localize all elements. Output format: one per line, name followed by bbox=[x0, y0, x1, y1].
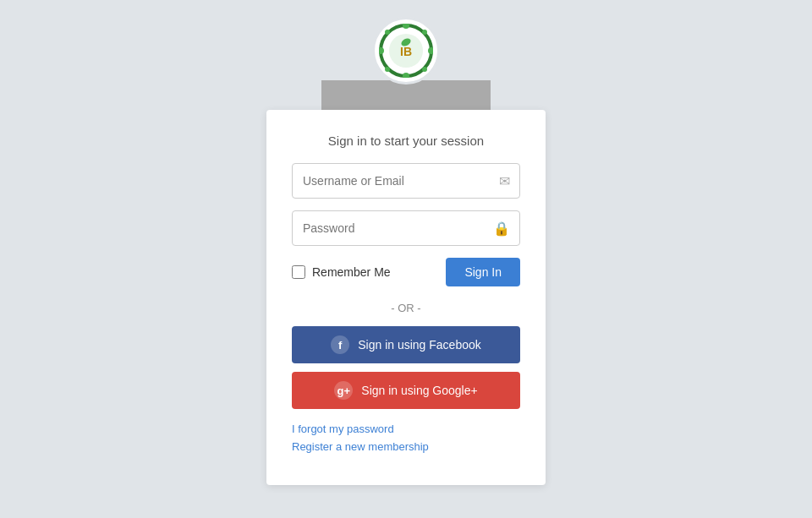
or-divider: - OR - bbox=[292, 302, 520, 314]
register-link[interactable]: Register a new membership bbox=[292, 440, 520, 453]
svg-text:IB: IB bbox=[400, 45, 412, 58]
password-input-group: 🔒 bbox=[292, 210, 520, 246]
username-input-group: ✉ bbox=[292, 163, 520, 199]
lock-icon: 🔒 bbox=[493, 221, 510, 237]
google-signin-button[interactable]: g+ Sign in using Google+ bbox=[292, 372, 520, 409]
svg-point-6 bbox=[422, 67, 427, 72]
logo-area: IB bbox=[321, 17, 491, 114]
forgot-password-link[interactable]: I forgot my password bbox=[292, 423, 520, 435]
logo-circle: IB bbox=[372, 17, 440, 85]
google-icon: g+ bbox=[334, 381, 353, 400]
svg-point-8 bbox=[385, 30, 390, 35]
svg-point-4 bbox=[379, 47, 384, 54]
svg-point-3 bbox=[403, 73, 409, 78]
svg-point-1 bbox=[403, 24, 409, 29]
links-area: I forgot my password Register a new memb… bbox=[292, 423, 520, 453]
svg-point-2 bbox=[428, 47, 433, 54]
card-title: Sign in to start your session bbox=[292, 134, 520, 148]
facebook-icon: f bbox=[331, 335, 349, 354]
remember-signin-row: Remember Me Sign In bbox=[292, 258, 520, 286]
email-icon: ✉ bbox=[499, 173, 510, 189]
password-input[interactable] bbox=[292, 210, 520, 246]
signin-button[interactable]: Sign In bbox=[446, 258, 520, 286]
logo-banner bbox=[321, 80, 491, 114]
remember-me-label[interactable]: Remember Me bbox=[292, 265, 391, 279]
remember-me-checkbox[interactable] bbox=[292, 265, 305, 279]
facebook-button-label: Sign in using Facebook bbox=[358, 338, 481, 352]
remember-me-text: Remember Me bbox=[312, 265, 391, 279]
svg-point-7 bbox=[385, 67, 390, 72]
google-button-label: Sign in using Google+ bbox=[361, 384, 477, 397]
page-wrapper: IB Sign in to start your session ✉ 🔒 Rem… bbox=[0, 17, 812, 485]
login-card: Sign in to start your session ✉ 🔒 Rememb… bbox=[266, 110, 546, 485]
logo-image: IB bbox=[379, 24, 433, 78]
svg-point-5 bbox=[422, 30, 427, 35]
facebook-signin-button[interactable]: f Sign in using Facebook bbox=[292, 326, 520, 363]
username-input[interactable] bbox=[292, 163, 520, 199]
